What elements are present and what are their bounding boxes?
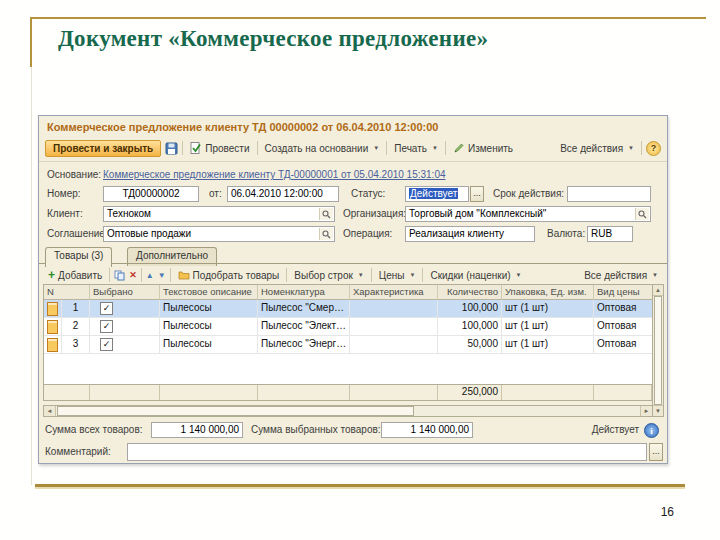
- discounts-button[interactable]: Скидки (наценки) ▼: [427, 269, 524, 282]
- status-input[interactable]: Действует: [409, 188, 458, 199]
- vertical-scrollbar[interactable]: ▲ ▼: [652, 284, 664, 417]
- tab-goods[interactable]: Товары (3): [45, 247, 112, 267]
- save-icon[interactable]: [165, 142, 178, 155]
- col-header-text-desc[interactable]: Текстовое описание: [160, 285, 258, 300]
- info-icon[interactable]: i: [644, 423, 659, 438]
- organization-input[interactable]: Торговый дом "Комплексный": [405, 206, 651, 222]
- copy-row-icon[interactable]: [114, 270, 125, 281]
- help-icon[interactable]: ?: [646, 141, 661, 156]
- validity-input[interactable]: [567, 186, 651, 202]
- horizontal-scrollbar[interactable]: ◄ ►: [43, 405, 653, 417]
- table-row[interactable]: 2 ✓ Пылесосы Пылесос "Элект… 100,000 шт …: [44, 318, 652, 336]
- magnifier-icon[interactable]: [319, 228, 333, 240]
- create-on-basis-button[interactable]: Создать на основании ▼: [262, 142, 383, 155]
- cell-text-desc: Пылесосы: [160, 300, 258, 317]
- table-all-actions-button[interactable]: Все действия ▼: [581, 269, 661, 282]
- move-down-icon[interactable]: ▼: [158, 271, 166, 280]
- cell-price-kind: Оптовая: [594, 336, 652, 353]
- magnifier-icon[interactable]: [635, 208, 649, 220]
- cell-price-kind: Оптовая: [594, 318, 652, 335]
- validity-label: Срок действия:: [493, 186, 564, 202]
- scroll-up-icon[interactable]: ▲: [653, 285, 663, 296]
- document-row-icon: [47, 302, 58, 316]
- currency-label: Валюта:: [547, 226, 585, 242]
- delete-row-icon[interactable]: ✕: [129, 270, 137, 280]
- scroll-down-icon[interactable]: ▼: [653, 405, 663, 416]
- table-all-actions-label: Все действия: [584, 270, 647, 281]
- post-button[interactable]: Провести: [187, 141, 252, 155]
- currency-input[interactable]: RUB: [587, 226, 633, 242]
- row-select-button[interactable]: Выбор строк ▼: [291, 269, 367, 282]
- date-input[interactable]: 06.04.2010 12:00:00: [227, 186, 339, 202]
- cell-nomenclature: Пылесос "Энерг…: [258, 336, 350, 353]
- slide-bottom-rule: [35, 484, 685, 487]
- status-choose-button[interactable]: ...: [470, 186, 484, 202]
- sum-all-input[interactable]: 1 140 000,00: [151, 422, 243, 438]
- organization-value: Торговый дом "Комплексный": [409, 208, 546, 219]
- row-icon: [44, 336, 62, 353]
- pick-goods-icon: [178, 270, 190, 280]
- add-row-button[interactable]: + Добавить: [45, 269, 105, 282]
- basis-document-link[interactable]: Коммерческое предложение клиенту ТД-0000…: [103, 167, 446, 183]
- post-and-close-button[interactable]: Провести и закрыть: [45, 140, 161, 157]
- print-button[interactable]: Печать ▼: [391, 142, 441, 155]
- agreement-label: Соглашение:: [47, 226, 108, 242]
- col-header-package[interactable]: Упаковка, Ед. изм.: [502, 285, 594, 300]
- magnifier-icon[interactable]: [319, 208, 333, 220]
- horizontal-scroll-thumb[interactable]: [57, 406, 414, 416]
- cell-quantity: 100,000: [438, 318, 502, 335]
- post-button-label: Провести: [205, 143, 249, 154]
- agreement-input[interactable]: Оптовые продажи: [103, 226, 335, 242]
- row-select-label: Выбор строк: [294, 270, 353, 281]
- prices-label: Цены: [379, 270, 405, 281]
- operation-input[interactable]: Реализация клиенту: [405, 226, 535, 242]
- col-header-quantity[interactable]: Количество: [438, 285, 502, 300]
- move-up-icon[interactable]: ▲: [146, 271, 154, 280]
- toolbar-separator: [445, 141, 446, 155]
- chevron-down-icon: ▼: [358, 272, 364, 278]
- total-cell: [44, 385, 90, 400]
- row-checkbox[interactable]: ✓: [100, 338, 113, 351]
- all-actions-label: Все действия: [560, 143, 623, 154]
- total-cell: [502, 385, 594, 400]
- row-checkbox[interactable]: ✓: [100, 302, 113, 315]
- pick-goods-button[interactable]: Подобрать товары: [175, 269, 283, 282]
- basis-label: Основание:: [47, 167, 101, 183]
- sum-selected-input[interactable]: 1 140 000,00: [381, 422, 473, 438]
- col-header-price-kind[interactable]: Вид цены: [594, 285, 652, 300]
- page-number: 16: [661, 505, 674, 519]
- all-actions-button[interactable]: Все действия ▼: [557, 142, 637, 155]
- comment-choose-button[interactable]: ...: [649, 443, 663, 461]
- table-row[interactable]: 3 ✓ Пылесосы Пылесос "Энерг… 50,000 шт (…: [44, 336, 652, 354]
- toolbar-separator: [170, 268, 171, 282]
- vertical-scroll-thumb[interactable]: [654, 296, 662, 405]
- comment-input[interactable]: [127, 443, 647, 461]
- toolbar-separator: [422, 268, 423, 282]
- number-input[interactable]: ТД00000002: [103, 186, 199, 202]
- slide-left-rule: [30, 17, 32, 67]
- print-button-label: Печать: [394, 143, 427, 154]
- scroll-right-icon[interactable]: ►: [640, 406, 652, 416]
- chevron-down-icon: ▼: [373, 145, 379, 151]
- discounts-label: Скидки (наценки): [430, 270, 510, 281]
- client-input[interactable]: Техноком: [103, 206, 335, 222]
- pick-goods-label: Подобрать товары: [193, 270, 280, 281]
- prices-button[interactable]: Цены ▼: [376, 269, 419, 282]
- col-header-n[interactable]: N: [44, 285, 90, 300]
- total-cell: [594, 385, 652, 400]
- cell-nomenclature: Пылесос "Элект…: [258, 318, 350, 335]
- scroll-left-icon[interactable]: ◄: [44, 406, 56, 416]
- cell-quantity: 100,000: [438, 300, 502, 317]
- cell-selected: ✓: [90, 336, 160, 353]
- toolbar-separator: [109, 268, 110, 282]
- col-header-nomenclature[interactable]: Номенклатура: [258, 285, 350, 300]
- col-header-characteristic[interactable]: Характеристика: [350, 285, 438, 300]
- total-cell: [258, 385, 350, 400]
- edit-button[interactable]: Изменить: [450, 141, 516, 155]
- sum-selected-label: Сумма выбранных товаров:: [251, 422, 381, 438]
- create-on-basis-label: Создать на основании: [265, 143, 369, 154]
- toolbar-separator: [286, 268, 287, 282]
- row-checkbox[interactable]: ✓: [100, 320, 113, 333]
- col-header-selected[interactable]: Выбрано: [90, 285, 160, 300]
- table-row[interactable]: 1 ✓ Пылесосы Пылесос "Смер… 100,000 шт (…: [44, 300, 652, 318]
